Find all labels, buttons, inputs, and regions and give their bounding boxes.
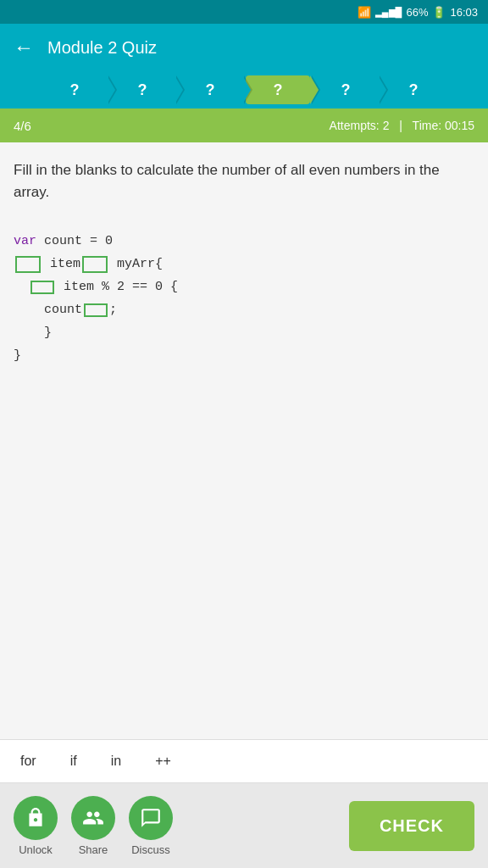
back-button[interactable]: ← (14, 36, 34, 59)
progress-label-4: ? (274, 81, 283, 99)
content-area: Fill in the blanks to calculate the numb… (0, 142, 488, 739)
share-svg (82, 807, 104, 829)
time-text: Time: 00:15 (413, 119, 474, 132)
unlock-icon (14, 796, 58, 840)
progress-item-6[interactable]: ? (381, 75, 446, 104)
progress-label-2: ? (138, 81, 147, 99)
question-counter: 4/6 (14, 119, 31, 133)
attempts-time: Attempts: 2 | Time: 00:15 (330, 119, 474, 132)
code-line-3: item % 2 == 0 { (14, 275, 474, 298)
question-text: Fill in the blanks to calculate the numb… (14, 159, 474, 203)
token-for[interactable]: for (14, 750, 43, 772)
discuss-button[interactable]: Discuss (129, 796, 173, 856)
signal-icon: ▂▄▆█ (375, 7, 402, 18)
progress-label-3: ? (206, 81, 215, 99)
battery-icon: 🔋 (432, 6, 446, 19)
discuss-label: Discuss (131, 843, 170, 856)
progress-label-1: ? (70, 81, 80, 99)
keyword-var: var (14, 230, 36, 253)
code-item: item (42, 253, 80, 275)
code-line-4: count ; (14, 298, 474, 321)
code-block: var count = 0 item myArr{ item % 2 == 0 … (14, 223, 474, 374)
bottom-bar: Unlock Share Discuss CHECK (0, 783, 488, 868)
time-display: 16:03 (450, 6, 478, 19)
discuss-icon (129, 796, 173, 840)
progress-bar: ? ? ? ? ? ? (0, 71, 488, 108)
page-title: Module 2 Quiz (47, 38, 157, 58)
progress-label-5: ? (341, 81, 351, 99)
info-bar: 4/6 Attempts: 2 | Time: 00:15 (0, 108, 488, 142)
unlock-button[interactable]: Unlock (14, 796, 58, 856)
code-close2: } (14, 344, 21, 367)
code-indent1 (14, 275, 29, 298)
share-button[interactable]: Share (71, 796, 115, 856)
status-icons: 📶 ▂▄▆█ 66% 🔋 16:03 (358, 6, 478, 19)
share-icon (71, 796, 115, 840)
app-header: ← Module 2 Quiz (0, 24, 488, 71)
progress-item-5[interactable]: ? (313, 75, 378, 104)
blank-1[interactable] (15, 256, 41, 273)
blank-4[interactable] (84, 303, 108, 317)
token-bar: for if in ++ (0, 739, 488, 783)
code-indent2: count (14, 298, 82, 321)
progress-item-1[interactable]: ? (42, 75, 107, 104)
code-count: count = 0 (36, 230, 113, 253)
code-line-1: var count = 0 (14, 230, 474, 253)
code-cond: item % 2 == 0 { (56, 275, 178, 298)
progress-label-6: ? (409, 81, 419, 99)
battery-text: 66% (406, 6, 428, 19)
progress-item-3[interactable]: ? (178, 75, 242, 104)
token-increment[interactable]: ++ (148, 750, 178, 772)
code-line-5: } (14, 321, 474, 344)
status-bar: 📶 ▂▄▆█ 66% 🔋 16:03 (0, 0, 488, 24)
check-button[interactable]: CHECK (349, 801, 474, 851)
wifi-icon: 📶 (358, 6, 371, 19)
progress-item-4[interactable]: ? (246, 75, 310, 104)
code-line-6: } (14, 344, 474, 367)
share-label: Share (79, 843, 108, 856)
code-myarr: myArr{ (109, 253, 163, 275)
blank-2[interactable] (82, 256, 108, 273)
progress-item-2[interactable]: ? (110, 75, 175, 104)
bottom-actions: Unlock Share Discuss (14, 796, 173, 856)
code-close1: } (14, 321, 52, 344)
token-if[interactable]: if (64, 750, 84, 772)
token-in[interactable]: in (104, 750, 128, 772)
discuss-svg (140, 807, 162, 829)
attempts-text: Attempts: 2 (330, 119, 390, 132)
unlock-label: Unlock (19, 843, 53, 856)
blank-3[interactable] (30, 281, 54, 294)
code-semi: ; (109, 298, 117, 321)
lock-svg (25, 807, 47, 829)
separator: | (399, 119, 402, 132)
code-line-2: item myArr{ (14, 253, 474, 275)
